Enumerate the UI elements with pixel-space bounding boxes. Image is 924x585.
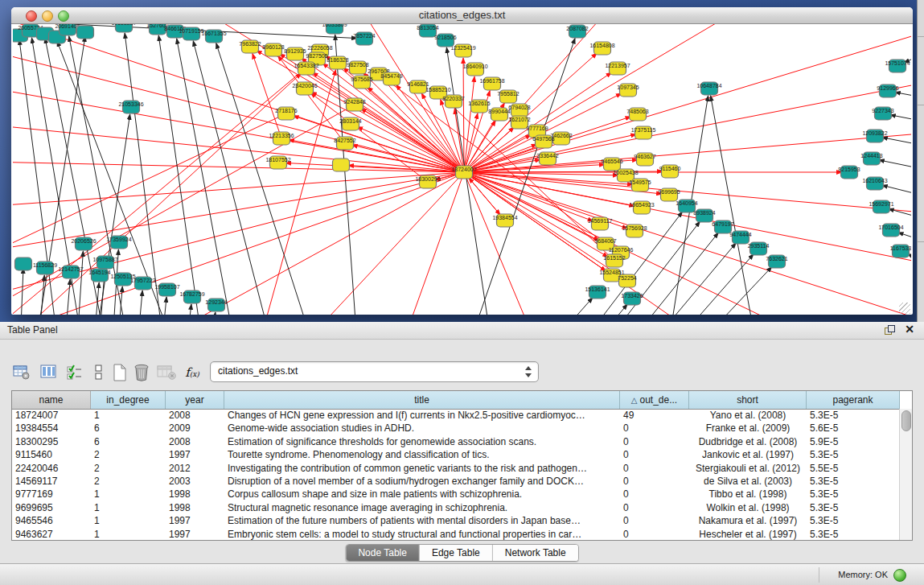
graph-node[interactable]: 10653287	[111, 24, 136, 32]
graph-node[interactable]: 1362615	[468, 100, 490, 113]
graph-node[interactable]: 1733426	[621, 292, 643, 305]
graph-node[interactable]: 7955812	[497, 90, 519, 103]
function-builder-icon[interactable]: f(x)	[182, 362, 203, 383]
graph-node[interactable]	[15, 257, 32, 270]
network-view-window[interactable]: citations_edges.txt 18724007796382289601…	[11, 7, 913, 315]
graph-node[interactable]: 20206526	[71, 237, 96, 250]
network-canvas[interactable]: 1872400779638228960128891293522226058982…	[13, 24, 911, 315]
graph-node[interactable]: 16961758	[479, 77, 504, 90]
graph-node[interactable]: 9242848	[343, 98, 365, 111]
graph-node[interactable]: 11156829	[33, 262, 57, 274]
graph-node[interactable]	[333, 159, 350, 171]
graph-node[interactable]: 6497568	[532, 135, 554, 148]
graph-node[interactable]: 1615152	[603, 254, 625, 267]
graph-node[interactable]: 8990444	[488, 108, 510, 121]
graph-node[interactable]: 8427552	[334, 137, 355, 150]
graph-node[interactable]: 12213356	[269, 132, 294, 145]
column-header-out-de-[interactable]: △out_de...	[620, 391, 689, 409]
table-selector-dropdown[interactable]: citations_edges.txt	[210, 361, 539, 382]
collapsed-panel-edge[interactable]	[917, 0, 924, 322]
graph-node[interactable]: 9463627	[634, 153, 655, 166]
select-columns-icon[interactable]	[64, 362, 85, 383]
graph-node[interactable]: 15756928	[622, 225, 647, 237]
tab-network-table[interactable]: Network Table	[493, 545, 578, 561]
graph-node[interactable]: 9827508	[347, 61, 368, 74]
graph-node[interactable]: 19958107	[154, 283, 179, 296]
graph-node[interactable]: 16782759	[179, 290, 204, 303]
table-row[interactable]: 1938455462009Genome-wide association stu…	[12, 422, 900, 435]
tab-node-table[interactable]: Node Table	[346, 545, 420, 561]
graph-node[interactable]: 8454749	[380, 72, 402, 85]
graph-node[interactable]: 16671355	[201, 30, 226, 43]
graph-node[interactable]: 18107552	[265, 156, 290, 169]
graph-node[interactable]: 8960128	[262, 43, 284, 56]
graph-node[interactable]: 10648784	[696, 82, 721, 95]
graph-node[interactable]: 9675685	[351, 76, 372, 89]
column-header-short[interactable]: short	[689, 391, 807, 409]
table-row[interactable]: 2242004622012Investigating the contribut…	[12, 462, 900, 475]
table-row[interactable]: 911546021997Tourette syndrome. Phenomeno…	[12, 448, 900, 461]
citation-graph[interactable]: 1872400779638228960128891293522226058982…	[13, 24, 911, 315]
graph-node[interactable]: 10975887	[92, 256, 117, 269]
table-row[interactable]: 977716911998Corpus callosum shape and si…	[12, 488, 900, 501]
column-header-pagerank[interactable]: pagerank	[807, 391, 900, 409]
vertical-scrollbar[interactable]	[899, 409, 912, 540]
graph-node[interactable]: 19384554	[492, 214, 517, 227]
graph-node[interactable]: 15751074	[885, 60, 910, 72]
table-settings-icon[interactable]	[11, 362, 32, 383]
graph-node[interactable]: 15692971	[869, 200, 893, 213]
table-row[interactable]: 946554611997Estimation of the future num…	[12, 514, 900, 527]
column-header-title[interactable]: title	[224, 391, 620, 409]
graph-node[interactable]: 8912935	[284, 47, 306, 60]
new-column-icon[interactable]	[109, 362, 130, 383]
graph-node[interactable]: 2718176	[275, 107, 297, 120]
graph-node[interactable]: 2803144	[339, 117, 361, 130]
table-row[interactable]: 1456911722003Disruption of a novel membe…	[12, 475, 900, 488]
graph-node[interactable]: 9699695	[658, 188, 680, 201]
memory-ok-indicator-icon[interactable]	[893, 569, 906, 582]
graph-node[interactable]: 9115460	[659, 165, 681, 178]
window-titlebar[interactable]: citations_edges.txt	[11, 7, 913, 24]
graph-node[interactable]: 19654923	[629, 201, 654, 214]
delete-column-icon[interactable]	[132, 362, 153, 383]
column-header-year[interactable]: year	[166, 391, 224, 409]
graph-node[interactable]: 16154808	[589, 42, 614, 55]
tab-edge-table[interactable]: Edge Table	[420, 545, 493, 561]
graph-node[interactable]: 1645194	[88, 269, 110, 282]
close-panel-icon[interactable]: ✕	[905, 323, 914, 336]
window-resize-grip[interactable]	[899, 303, 910, 314]
graph-node[interactable]: 9129966	[877, 84, 898, 97]
row-height-icon[interactable]	[88, 362, 109, 383]
graph-node[interactable]: 8215953	[838, 166, 860, 179]
graph-node[interactable]: 17016504	[878, 224, 903, 237]
graph-node[interactable]: 9227343	[872, 107, 893, 120]
graph-node[interactable]: 6794028	[508, 104, 530, 117]
show-columns-icon[interactable]	[39, 362, 60, 383]
graph-node[interactable]: 14569117	[588, 217, 613, 230]
table-row[interactable]: 1872400712008Changes of HCN gene express…	[12, 409, 900, 422]
graph-node[interactable]: 8938924	[693, 209, 715, 222]
scrollbar-thumb[interactable]	[901, 410, 911, 431]
graph-node[interactable]: 7485063	[626, 108, 648, 121]
graph-node[interactable]: 9218506	[434, 34, 456, 47]
graph-node[interactable]: 7857224	[353, 32, 375, 45]
graph-node[interactable]: 752254	[618, 274, 636, 287]
graph-node[interactable]: 1244413	[860, 152, 882, 165]
graph-node[interactable]: 15136141	[585, 286, 610, 299]
table-row[interactable]: 946362711997Embryonic stem cells: a mode…	[12, 528, 900, 540]
graph-node[interactable]: 1167533	[890, 245, 911, 257]
table-row[interactable]: 1830029562008Estimation of significance …	[12, 435, 900, 448]
graph-node[interactable]: 16033809	[322, 24, 347, 34]
graph-node[interactable]	[77, 26, 94, 39]
graph-node[interactable]: 18640910	[462, 63, 487, 76]
graph-node[interactable]: 18300295	[415, 175, 440, 188]
graph-node[interactable]: 7632621	[766, 255, 787, 268]
graph-node[interactable]: 8186328	[326, 56, 348, 69]
graph-node[interactable]: 12213957	[605, 62, 630, 75]
column-header-in-degree[interactable]: in_degree	[91, 391, 166, 409]
graph-node[interactable]: 2935114	[748, 242, 770, 255]
graph-node[interactable]: 7963822	[239, 40, 261, 53]
graph-node[interactable]: 16543382	[294, 62, 318, 75]
graph-node[interactable]: 16210643	[862, 177, 887, 190]
graph-node[interactable]: 1097345	[617, 84, 639, 97]
